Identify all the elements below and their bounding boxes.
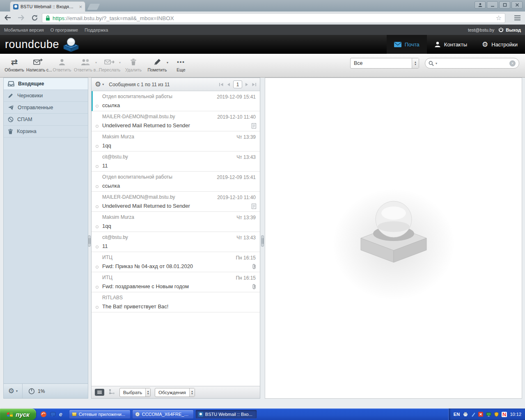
search-input[interactable] [439,60,508,66]
list-lines-icon [97,390,102,394]
forward-icon [17,14,25,21]
sidebar-item-trash[interactable]: Корзина [4,126,88,138]
tray-shield-icon[interactable] [494,412,499,417]
filter-spinner[interactable]: ▲ ▼ [412,58,419,68]
quick-launch-ie-icon[interactable]: e [59,411,62,418]
search-clear-button[interactable]: × [509,60,516,67]
sidebar-footer: ⚙ ▾ 1% [4,383,88,398]
gear-caret-icon: ▾ [16,389,18,393]
logged-in-user: test@bstu.by [468,28,494,32]
browser-tab[interactable]: BSTU Webmail :: Входящие × [10,1,85,11]
tab-mail[interactable]: Почта [387,35,427,54]
browser-menu-button[interactable] [514,15,521,23]
power-icon [498,27,504,32]
bookmark-star-icon[interactable]: ☆ [496,15,502,21]
settings-gear-icon: ⚙ [482,41,488,48]
spinner-down-icon: ▼ [191,392,193,395]
search-box[interactable]: ▾ × [425,58,519,69]
reply-all-caret-icon[interactable]: ▾ [95,61,97,64]
maximize-icon [502,2,507,7]
tray-alert-icon[interactable] [478,412,483,417]
tab-settings[interactable]: ⚙ Настройки [475,35,525,54]
tray-pen-icon[interactable] [471,412,475,417]
list-options-button[interactable]: ⚙ ▾ [95,81,104,88]
tray-n-icon[interactable]: N [502,412,507,417]
address-bar[interactable]: https://email.bstu.by/?_task=mail&_mbox=… [42,13,505,23]
tray-monitor-icon[interactable] [486,412,491,417]
sidebar-splitter[interactable] [88,235,91,247]
quick-launch-browser-icon[interactable] [40,411,47,418]
message-row[interactable]: Maksim Murza Чт 13:39 1qq [92,212,260,232]
last-page-icon[interactable] [252,83,257,87]
search-scope-caret-icon[interactable]: ▾ [436,62,437,65]
reload-button[interactable] [31,14,38,23]
filter-select[interactable]: Все ▲ ▼ [350,58,419,69]
next-page-icon[interactable] [245,83,249,87]
compose-button[interactable]: Написать с... [26,56,50,72]
start-button[interactable]: пуск [0,409,36,420]
roundcube-watermark-icon [351,194,437,268]
forward-caret-icon[interactable]: ▾ [119,61,121,64]
message-row[interactable]: Maksim Murza Чт 13:39 1qq [92,131,260,151]
select-dropdown[interactable]: Выбрать ▲▼ [119,388,151,397]
task-network-apps[interactable]: Сетевые приложени... [69,410,131,419]
close-button[interactable] [511,1,523,9]
threads-view-button[interactable] [108,389,115,396]
sidebar-item-inbox[interactable]: Входящие [4,78,88,90]
new-tab-button[interactable] [87,4,100,10]
refresh-button[interactable]: ⇄ Обновить [2,56,26,72]
message-row[interactable]: MAILER-DAEMON@mail.bstu.by 2019-12-10 11… [92,111,260,131]
more-button[interactable]: ••• Еще [169,56,193,72]
link-support[interactable]: Поддержка [85,28,108,32]
profile-button[interactable] [475,1,486,9]
mail-icon [394,42,401,47]
minimize-button[interactable] [487,1,498,9]
mark-button[interactable]: Пометить ▾ [145,56,169,72]
reply-all-button[interactable]: Ответить в... ▾ [74,56,98,72]
link-about[interactable]: О программе [50,28,78,32]
gear-icon: ⚙ [95,81,101,88]
task-bstu-webmail[interactable]: BSTU Webmail :: Вхо... [195,410,257,419]
page-number-box[interactable]: 1 [233,80,242,88]
tray-printer-icon[interactable] [463,412,468,417]
language-indicator[interactable]: EN [454,412,460,417]
quick-launch-messenger-icon[interactable] [50,411,56,417]
maximize-button[interactable] [499,1,510,9]
message-sender: RITLABS [102,295,256,301]
threads-dropdown[interactable]: Обсуждения ▲▼ [155,388,195,397]
mark-caret-icon[interactable]: ▾ [167,61,168,64]
sent-icon [8,105,14,110]
roundcube-logo[interactable]: roundcube [0,35,80,54]
message-row[interactable]: Отдел воспитательной работы 2019-12-09 1… [92,91,260,111]
minimize-icon [490,2,495,7]
message-row[interactable]: Отдел воспитательной работы 2019-12-09 1… [92,172,260,192]
preview-splitter[interactable] [261,235,264,247]
message-row[interactable]: ИТЦ Пн 16:15 Fwd: поздравление с Новым г… [92,272,260,292]
sidebar-item-drafts[interactable]: Черновики [4,90,88,102]
gear-icon: ⚙ [8,388,14,395]
forward-button[interactable] [17,14,25,23]
folder-options-button[interactable]: ⚙ ▾ [4,384,23,398]
tab-contacts[interactable]: Контакты [427,35,475,54]
reply-icon [50,57,74,67]
link-mobile-version[interactable]: Мобильная версия [4,28,44,32]
message-row[interactable]: cit@bstu.by Чт 13:43 11 [92,151,260,172]
logout-button[interactable]: Выход [498,27,521,32]
message-subject: The Bat! приветствует Вас! [102,303,256,310]
sidebar-item-spam[interactable]: СПАМ [4,114,88,126]
mail-toolbar: ⇄ Обновить Написать с... Ответить Ответи… [0,54,525,78]
task-cccoma-window[interactable]: CCCOMA_X64FRE_R... [132,410,194,419]
message-row[interactable]: cit@bstu.by Чт 13:43 11 [92,232,260,252]
prev-page-icon[interactable] [227,83,230,87]
delete-button[interactable]: Удалить [122,56,145,72]
message-row[interactable]: ИТЦ Пн 16:15 Fwd: Приказ № 04-ахд от 08.… [92,252,260,272]
list-view-button[interactable] [95,389,104,396]
message-row[interactable]: RITLABS The Bat! приветствует Вас! [92,292,260,312]
reply-button[interactable]: Ответить [50,56,74,72]
message-row[interactable]: MAILER-DAEMON@mail.bstu.by 2019-12-10 11… [92,192,260,212]
first-page-icon[interactable] [219,83,224,87]
back-button[interactable] [4,14,11,23]
tab-close-icon[interactable]: × [79,4,82,9]
sidebar-item-sent[interactable]: Отправленные [4,102,88,114]
forward-button[interactable]: Переслать ▾ [98,56,122,72]
